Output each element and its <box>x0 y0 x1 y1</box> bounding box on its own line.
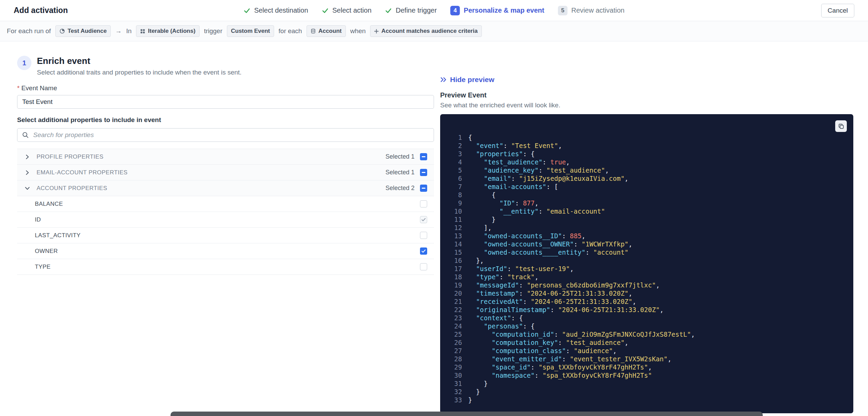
property-item-type[interactable]: TYPE <box>17 259 434 275</box>
code-line-text: "computation_id": "aud_2iO9mZgSFmJNXCoQJ… <box>468 330 695 338</box>
code-line: 14 "owned-accounts__OWNER": "1WCWrTXfkp"… <box>440 240 846 248</box>
code-line-text: "event": "Test Event", <box>468 142 562 150</box>
code-line-text: "computation_key": "test_audience", <box>468 338 628 347</box>
code-line-text: { <box>468 191 496 199</box>
property-group-label: EMAIL-ACCOUNT PROPERTIES <box>37 169 127 176</box>
step-label: Define trigger <box>396 6 437 14</box>
stepper-step-define-trigger[interactable]: Define trigger <box>385 6 437 14</box>
code-line-number: 15 <box>440 248 462 256</box>
stepper-step-personalize-map-event[interactable]: 4Personalize & map event <box>450 6 544 15</box>
selected-count: Selected 2 <box>385 185 415 192</box>
top-bar: Add activation Select destinationSelect … <box>0 0 868 21</box>
entity-icon <box>311 28 316 34</box>
property-item-last-activity[interactable]: LAST_ACTIVITY <box>17 228 434 243</box>
code-line-text: "owned-accounts__OWNER": "1WCWrTXfkp", <box>468 240 633 248</box>
code-line-text: "event_emitter_id": "event_tester_IVX5W2… <box>468 355 672 363</box>
code-line-text: "owned-accounts____entity": "account" <box>468 248 628 256</box>
step-label: Select action <box>333 6 372 14</box>
checkbox-unchecked[interactable] <box>420 200 427 207</box>
chevron-down-icon[interactable] <box>25 186 29 191</box>
stepper: Select destinationSelect actionDefine tr… <box>244 6 625 15</box>
preview-subtitle: See what the enriched event will look li… <box>440 102 853 109</box>
code-body: 1{2 "event": "Test Event",3 "properties"… <box>440 133 846 404</box>
code-line-text: "originalTimestamp": "2024-06-25T21:31:3… <box>468 306 664 314</box>
code-line: 11 } <box>440 215 846 224</box>
code-line-number: 12 <box>440 224 462 232</box>
code-line-text: "personas": { <box>468 322 534 330</box>
code-line: 23 "context": { <box>440 314 846 322</box>
plus-icon <box>374 29 379 33</box>
checkbox-unchecked[interactable] <box>420 263 427 270</box>
trigger-chip-label: Account matches audience criteria <box>381 28 478 35</box>
code-line-text: "space_id": "spa_tXXbfoyvCkY8rF47ghH2Ts"… <box>468 363 652 371</box>
property-group-account-properties[interactable]: ACCOUNT PROPERTIESSelected 2 <box>17 180 434 196</box>
code-line-text: "receivedAt": "2024-06-25T21:31:33.020Z"… <box>468 297 636 306</box>
code-line-text: "email-accounts": [ <box>468 183 558 191</box>
code-line: 30 "namespace": "spa_tXXbfoyvCkY8rF47ghH… <box>440 371 846 379</box>
chevron-right-icon[interactable] <box>25 170 29 175</box>
code-line: 17 "userId": "test-user-19", <box>440 265 846 273</box>
trigger-chip-account[interactable]: Account <box>307 25 346 37</box>
checkbox-indeterminate[interactable] <box>420 153 427 160</box>
property-group-email-account-properties[interactable]: EMAIL-ACCOUNT PROPERTIESSelected 1 <box>17 165 434 180</box>
hide-preview-label: Hide preview <box>450 76 494 84</box>
code-line-number: 8 <box>440 191 462 199</box>
trigger-chip-account-matches-audience-criteria[interactable]: Account matches audience criteria <box>370 25 482 37</box>
property-item-owner[interactable]: OWNER <box>17 243 434 259</box>
enrich-subtitle: Select additional traits and properties … <box>37 69 242 76</box>
code-line: 19 "messageId": "personas_cb6zdbo6im9g7x… <box>440 281 846 289</box>
step-complete-check-icon <box>244 7 250 14</box>
preview-section: Hide preview Preview Event See what the … <box>440 41 853 413</box>
property-item-balance[interactable]: BALANCE <box>17 196 434 212</box>
checkbox-indeterminate[interactable] <box>420 185 427 192</box>
stepper-step-review-activation[interactable]: 5Review activation <box>558 6 625 15</box>
step-one-badge: 1 <box>17 56 31 70</box>
code-line: 29 "space_id": "spa_tXXbfoyvCkY8rF47ghH2… <box>440 363 846 371</box>
double-chevron-right-icon <box>440 77 447 82</box>
cancel-button[interactable]: Cancel <box>821 4 854 17</box>
checkbox-checked[interactable] <box>420 247 427 255</box>
trigger-chip-label: Iterable (Actions) <box>148 28 195 35</box>
stepper-step-select-action[interactable]: Select action <box>322 6 372 14</box>
code-line: 32 } <box>440 388 846 396</box>
property-group-profile-properties[interactable]: PROFILE PROPERTIESSelected 1 <box>17 149 434 165</box>
code-line-text: { <box>468 133 472 142</box>
checkbox-unchecked[interactable] <box>420 232 427 239</box>
code-line-text: } <box>468 215 496 224</box>
code-line-number: 13 <box>440 232 462 240</box>
property-search <box>17 128 434 142</box>
property-search-input[interactable] <box>17 128 434 142</box>
code-line: 27 "computation_class": "audience", <box>440 347 846 355</box>
step-number-badge: 5 <box>558 6 568 15</box>
code-line-text: "properties": { <box>468 150 535 158</box>
stepper-step-select-destination[interactable]: Select destination <box>244 6 308 14</box>
code-line-number: 14 <box>440 240 462 248</box>
page-title: Add activation <box>14 6 68 15</box>
trigger-bar-text: → <box>115 27 122 35</box>
checkbox-indeterminate[interactable] <box>420 169 427 176</box>
checkbox-checked-disabled[interactable] <box>420 216 427 223</box>
code-line-text: } <box>468 379 488 388</box>
hide-preview-link[interactable]: Hide preview <box>440 76 494 84</box>
event-name-input[interactable] <box>17 95 434 109</box>
code-line: 26 "computation_key": "test_audience", <box>440 338 846 347</box>
copy-button[interactable] <box>835 120 847 132</box>
code-line-number: 31 <box>440 379 462 388</box>
code-line-text: "messageId": "personas_cb6zdbo6im9g7xxf7… <box>468 281 660 289</box>
trigger-bar-text: trigger <box>204 27 222 35</box>
trigger-chip-iterable-actions[interactable]: Iterable (Actions) <box>136 25 200 37</box>
property-item-id[interactable]: ID <box>17 212 434 228</box>
code-line-number: 21 <box>440 297 462 306</box>
code-line: 33} <box>440 396 846 404</box>
code-line-text: } <box>468 396 472 404</box>
code-line-text: "userId": "test-user-19", <box>468 265 574 273</box>
code-line-text: "__entity": "email-account" <box>468 207 605 215</box>
code-line-text: "context": { <box>468 314 523 322</box>
event-name-label: *Event Name <box>17 84 434 92</box>
code-line-text: }, <box>468 256 484 265</box>
main-content: 1 Enrich event Select additional traits … <box>0 41 868 413</box>
trigger-chip-custom-event[interactable]: Custom Event <box>227 25 274 37</box>
chevron-right-icon[interactable] <box>25 155 29 159</box>
trigger-chip-test-audience[interactable]: Test Audience <box>55 25 111 37</box>
code-line: 13 "owned-accounts__ID": 885, <box>440 232 846 240</box>
